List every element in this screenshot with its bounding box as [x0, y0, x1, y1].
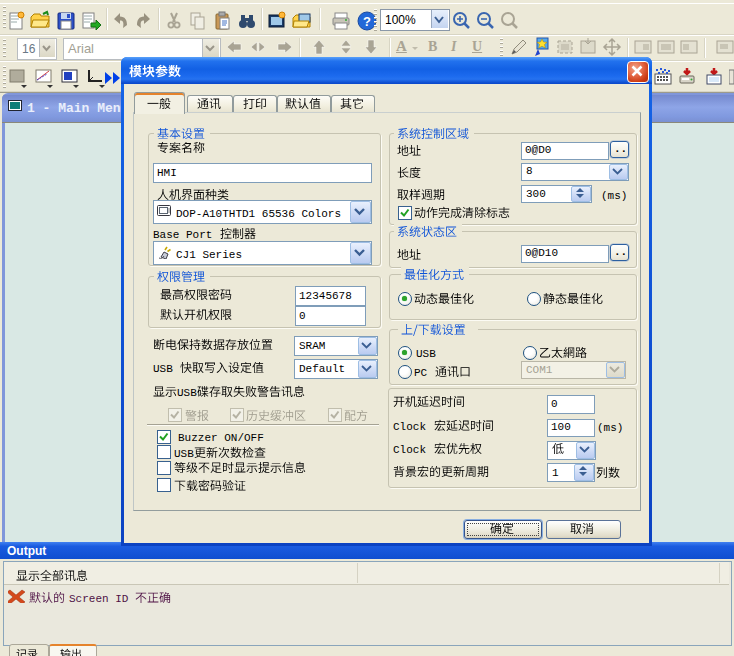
svg-text:?: ?	[363, 14, 371, 29]
